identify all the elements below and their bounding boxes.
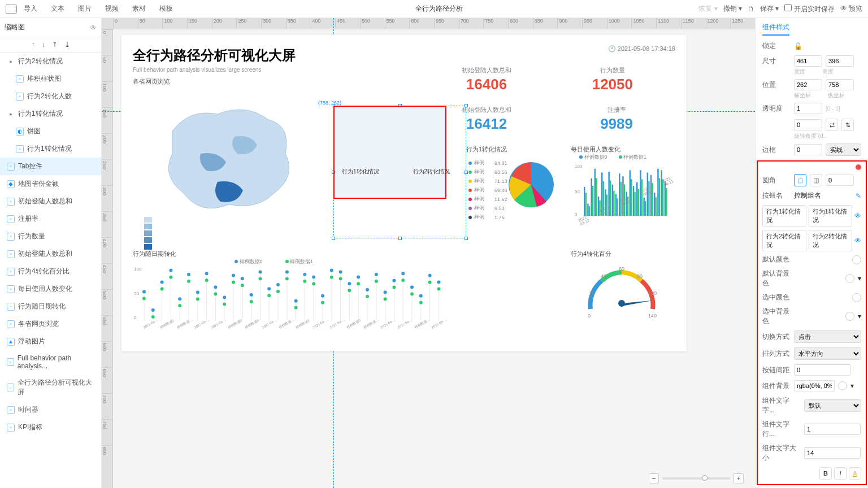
radius-all-icon[interactable]: ▢ [794, 174, 806, 186]
tree-item[interactable]: ▫行为2转化人数 [0, 88, 101, 105]
font-size-input[interactable] [804, 447, 861, 459]
preview-button[interactable]: 👁 预览 [840, 4, 862, 14]
map-title: 各省网页浏览 [133, 77, 170, 86]
tree-item[interactable]: ▫行为1转化情况 [0, 140, 101, 158]
comp-bg-input[interactable] [794, 380, 835, 391]
zoom-out-button[interactable]: − [649, 473, 659, 483]
bold-icon[interactable]: B [819, 467, 832, 480]
bar-title: 每日使用人数变化 [571, 145, 620, 154]
realtime-save-toggle[interactable]: 开启实时保存 [784, 4, 834, 14]
svg-rect-10 [594, 169, 596, 216]
menu-image[interactable]: 图片 [78, 4, 92, 14]
save-button[interactable]: 保存 ▾ [760, 4, 779, 14]
zoom-slider[interactable] [662, 477, 730, 480]
font-color-icon[interactable]: A [849, 467, 861, 480]
ctrl-name-1[interactable]: 行为1转化情况 [809, 205, 853, 226]
sel-bg-swatch[interactable] [845, 312, 854, 321]
bring-front-icon[interactable]: ⤒ [52, 41, 58, 49]
rotation-input[interactable] [794, 119, 822, 130]
button-name-1[interactable]: 行为1转化情况 [762, 205, 806, 226]
eye-icon[interactable]: 👁 [854, 212, 861, 220]
arrange-select[interactable]: 水平方向 [794, 347, 861, 360]
svg-text:样例数据…: 样例数据… [363, 318, 380, 329]
svg-point-92 [250, 293, 253, 297]
tab-2[interactable]: 行为2转化情况 [413, 168, 450, 176]
svg-point-175 [618, 300, 625, 307]
flip-v-icon[interactable]: ⇅ [841, 119, 854, 131]
tree-item[interactable]: ◐饼图 [0, 123, 101, 140]
edit-icon[interactable]: ✎ [856, 192, 861, 200]
tree-item[interactable]: ▸行为1转化情况 [0, 105, 101, 123]
tree-item[interactable]: ▫KPI指标 [0, 419, 101, 436]
svg-point-110 [303, 273, 306, 276]
menu-import[interactable]: 导入 [24, 4, 37, 14]
width-input[interactable] [794, 55, 822, 67]
button-name-2[interactable]: 行为2转化情况 [762, 230, 806, 251]
menu-text[interactable]: 文本 [51, 4, 64, 14]
lock-icon[interactable]: 🔓 [794, 42, 802, 50]
kpi-value: 12050 [592, 76, 633, 93]
chart-icon: ▫ [7, 303, 15, 311]
tree-item[interactable]: ▫Tab控件 [0, 158, 101, 175]
svg-point-84 [223, 303, 226, 306]
kpi-icon: ▫ [7, 198, 15, 206]
style-tab[interactable]: 组件样式 [762, 23, 789, 36]
border-input[interactable] [794, 144, 822, 155]
gap-input[interactable] [794, 364, 850, 376]
send-back-icon[interactable]: ⤓ [64, 41, 70, 49]
chevron-down-icon[interactable]: ▾ [850, 382, 854, 390]
opacity-input[interactable] [794, 103, 822, 114]
move-up-icon[interactable]: ↑ [32, 41, 35, 49]
menu-template[interactable]: 模板 [159, 4, 173, 14]
y-input[interactable] [826, 79, 854, 90]
def-bg-swatch[interactable] [845, 274, 854, 283]
tree-item[interactable]: ▫行为随日期转化 [0, 298, 101, 315]
tree-item[interactable]: ▫堆积柱状图 [0, 70, 101, 88]
svg-point-111 [303, 280, 306, 283]
tree-item[interactable]: ▸行为2转化情况 [0, 53, 101, 70]
def-color-swatch[interactable] [852, 255, 861, 264]
tab-1[interactable]: 行为1转化情况 [342, 168, 379, 176]
tree-item[interactable]: ▫每日使用人数变化 [0, 280, 101, 298]
menu-video[interactable]: 视频 [105, 4, 119, 14]
tree-item[interactable]: ▫行为4转化百分比 [0, 263, 101, 280]
zoom-in-button[interactable]: + [734, 473, 744, 483]
chevron-down-icon[interactable]: ▾ [858, 274, 861, 282]
tree-item[interactable]: ▫注册率 [0, 210, 101, 228]
selection-box[interactable] [333, 106, 446, 199]
btn-name-label: 按钮名 [762, 191, 791, 201]
flip-h-icon[interactable]: ⇄ [826, 119, 838, 131]
tree-item[interactable]: ▫各省网页浏览 [0, 315, 101, 333]
restore-button[interactable]: 恢复 ▾ [698, 4, 717, 14]
move-down-icon[interactable]: ↓ [42, 41, 45, 49]
switch-mode-select[interactable]: 点击 [794, 330, 861, 343]
line-height-input[interactable] [804, 424, 861, 435]
eye-icon[interactable]: 👁 [854, 237, 861, 245]
tree-item[interactable]: ▫全行为路径分析可视化大屏 [0, 374, 101, 401]
italic-icon[interactable]: I [834, 467, 847, 480]
comp-bg-swatch[interactable] [838, 381, 847, 390]
tree-item[interactable]: ▲浮动图片 [0, 333, 101, 350]
svg-point-141 [392, 286, 396, 289]
ctrl-name-2[interactable]: 行为2转化情况 [809, 230, 853, 251]
tree-item[interactable]: ▫初始登陆人数总和 [0, 193, 101, 210]
sel-color-swatch[interactable] [852, 293, 861, 302]
font-family-select[interactable]: 默认 [804, 399, 861, 412]
radius-each-icon[interactable]: ◫ [810, 174, 822, 186]
tree-item[interactable]: ▫行为数量 [0, 228, 101, 245]
dashboard-canvas[interactable]: 全行为路径分析可视化大屏 Full behavior path analysis… [121, 35, 687, 351]
tree-item[interactable]: ▫初始登陆人数总和 [0, 245, 101, 263]
height-input[interactable] [826, 55, 854, 67]
eye-icon[interactable]: 👁 [90, 24, 97, 32]
undo-button[interactable]: 撤销 ▾ [723, 4, 742, 14]
border-style-select[interactable]: 实线 [826, 143, 861, 156]
tree-item[interactable]: ◆地图省份金额 [0, 175, 101, 193]
tree-item[interactable]: ▫时间器 [0, 401, 101, 419]
radius-input[interactable] [826, 175, 854, 186]
x-input[interactable] [794, 79, 822, 90]
svg-text:样例数据1: 样例数据1 [296, 319, 311, 329]
menu-material[interactable]: 素材 [132, 4, 146, 14]
chevron-down-icon[interactable]: ▾ [858, 312, 861, 320]
tree-item[interactable]: ▫Full behavior path analysis... [0, 350, 101, 374]
svg-text:100: 100 [648, 290, 657, 296]
